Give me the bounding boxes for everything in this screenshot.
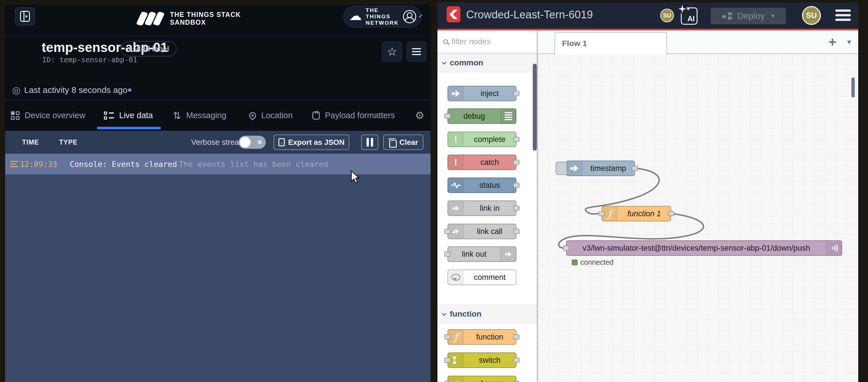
input-port[interactable]: [444, 358, 451, 363]
live-data-toolbar: TIME TYPE Verbose stream × ↓ Export as J…: [5, 131, 431, 154]
canvas-node-timestamp[interactable]: timestamp: [566, 161, 635, 176]
mqtt-status: connected: [572, 258, 613, 267]
tab-flow-1[interactable]: Flow 1: [555, 32, 667, 55]
inject-arrow-icon: [567, 161, 582, 175]
output-port[interactable]: [513, 335, 520, 340]
instance-title: Crowded-Least-Tern-6019: [466, 9, 593, 21]
palette-node-debug[interactable]: debug: [447, 108, 516, 124]
filter-nodes-input[interactable]: [452, 37, 523, 46]
output-port[interactable]: [513, 381, 520, 382]
palette-section-common[interactable]: common: [437, 53, 537, 72]
input-port[interactable]: [444, 251, 451, 257]
network-pill-line1: THE THINGS: [366, 7, 399, 20]
palette-node-inject[interactable]: inject: [447, 86, 516, 101]
user-avatar[interactable]: SU: [802, 6, 821, 25]
palette-search: [437, 30, 537, 53]
live-indicator-dot: [128, 88, 131, 92]
palette-node-link-in[interactable]: link in: [447, 201, 516, 216]
deploy-caret-icon[interactable]: ▾: [771, 12, 774, 20]
palette-node-link-out[interactable]: link out: [447, 246, 516, 262]
flow-canvas[interactable]: timestamp ƒ function 1 v3/lwn-simulator-…: [538, 54, 858, 382]
clear-events-button[interactable]: Clear: [383, 135, 423, 150]
input-port[interactable]: [444, 335, 451, 340]
live-data-panel: [5, 174, 431, 382]
exclamation-icon: !: [448, 155, 464, 170]
device-menu-button[interactable]: [406, 42, 427, 62]
pause-stream-button[interactable]: [361, 135, 378, 150]
input-port[interactable]: [444, 229, 451, 234]
tab-device-overview[interactable]: Device overview: [11, 100, 85, 131]
chevron-down-icon: [442, 311, 446, 316]
deploy-button[interactable]: Deploy ▾: [711, 8, 786, 24]
palette-node-link-call[interactable]: link call: [447, 224, 516, 239]
deploy-label: Deploy: [737, 11, 765, 21]
network-pill-line2: NETWORK: [366, 20, 399, 26]
exclamation-icon: !: [448, 132, 464, 146]
logo-line2: SANDBOX: [170, 19, 241, 26]
palette-node-switch[interactable]: switch: [447, 352, 516, 368]
messaging-arrows-icon: ⇅: [173, 111, 181, 120]
tab-label: Payload formatters: [325, 111, 395, 120]
device-header: temp-sensor-abp-01 ID: temp-sensor-abp-0…: [5, 37, 431, 80]
output-port[interactable]: [513, 91, 520, 96]
flow-tab-label: Flow 1: [562, 39, 587, 48]
device-settings-button[interactable]: ⚙: [415, 100, 424, 131]
user-profile-icon: [403, 10, 416, 23]
bookmark-button[interactable]: ☆: [382, 42, 402, 62]
palette-node-comment[interactable]: comment: [447, 270, 516, 285]
export-json-button[interactable]: ↓ Export as JSON: [274, 135, 349, 150]
output-port[interactable]: [513, 229, 520, 234]
main-menu-button[interactable]: [835, 9, 851, 21]
overview-grid-icon: [11, 111, 20, 120]
activity-icon: ◎: [12, 85, 21, 95]
canvas-node-mqtt-out[interactable]: v3/lwn-simulator-test@ttn/devices/temp-s…: [566, 240, 842, 256]
input-port[interactable]: [598, 211, 605, 216]
input-port[interactable]: [444, 113, 451, 119]
output-port[interactable]: [513, 206, 520, 211]
palette-node-change[interactable]: ⇄ change: [447, 376, 516, 382]
inject-arrow-icon: [448, 86, 464, 101]
tab-label: Live data: [119, 111, 153, 120]
collapse-panel-icon: [20, 11, 30, 22]
sparkle-small-icon: [686, 7, 690, 11]
output-port[interactable]: [513, 137, 520, 142]
device-tabs: Device overview Live data ⇅ Messaging Lo…: [5, 100, 431, 131]
ai-assistant-button[interactable]: AI: [681, 7, 698, 25]
tab-label: Device overview: [25, 111, 85, 120]
input-port[interactable]: [444, 381, 451, 382]
verbose-stream-toggle[interactable]: ×: [239, 136, 266, 149]
flow-list-button[interactable]: ▾: [843, 34, 856, 49]
output-port[interactable]: [513, 358, 520, 363]
add-flow-button[interactable]: +: [825, 34, 840, 49]
canvas-node-function-1[interactable]: ƒ function 1: [601, 206, 671, 221]
palette-scrollbar[interactable]: [533, 64, 537, 150]
output-port[interactable]: [632, 166, 638, 171]
trash-icon: [389, 138, 396, 146]
output-port[interactable]: [513, 183, 520, 188]
export-file-icon: ↓: [278, 138, 285, 146]
output-port[interactable]: [513, 160, 520, 165]
add-label-button[interactable]: + Add label: [121, 41, 177, 57]
inject-trigger-button[interactable]: [556, 162, 567, 175]
event-row[interactable]: 12:09:33 Console: Events cleared The eve…: [5, 154, 431, 174]
events-cleared-icon: [10, 161, 18, 167]
flowfuse-logo: [446, 6, 460, 22]
output-port[interactable]: [668, 211, 674, 216]
tab-live-data[interactable]: Live data: [104, 100, 153, 131]
event-time: 12:09:33: [20, 160, 57, 169]
input-port[interactable]: [563, 245, 569, 251]
network-account-menu[interactable]: ☁ THE THINGS NETWORK: [343, 6, 422, 28]
collaborator-avatar[interactable]: SU: [660, 9, 674, 22]
palette-node-status[interactable]: status: [447, 177, 516, 193]
sidebar-toggle-button[interactable]: [15, 7, 35, 26]
palette-node-complete[interactable]: ! complete: [447, 132, 516, 147]
tab-messaging[interactable]: ⇅ Messaging: [173, 100, 226, 131]
tab-location[interactable]: Location: [249, 100, 293, 131]
logo-line1: THE THINGS STACK: [170, 11, 241, 19]
tab-label: Messaging: [186, 111, 226, 120]
palette-node-function[interactable]: ƒ function: [447, 329, 516, 345]
workspace-tabbar: Flow 1 + ▾: [538, 30, 858, 54]
tab-payload-formatters[interactable]: Payload formatters: [312, 100, 395, 131]
palette-section-function[interactable]: function: [437, 305, 537, 323]
palette-node-catch[interactable]: ! catch: [447, 154, 516, 170]
